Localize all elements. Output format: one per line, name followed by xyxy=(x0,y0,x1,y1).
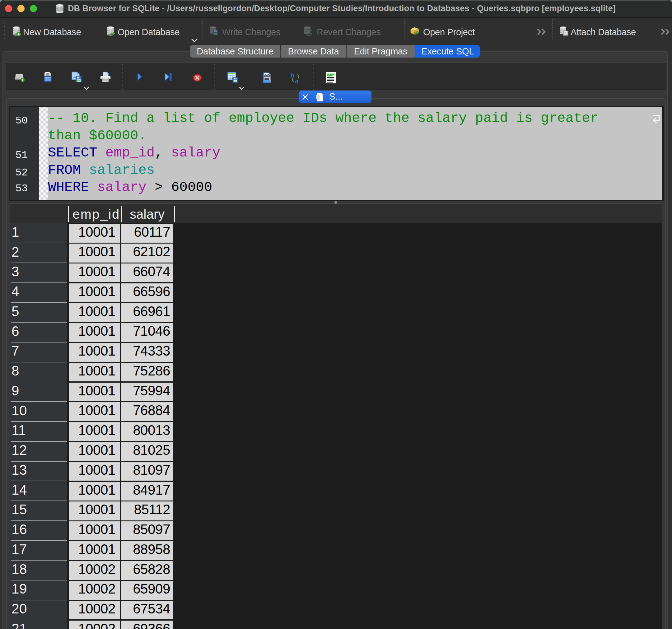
svg-text:h: h xyxy=(291,72,294,79)
svg-text:a: a xyxy=(295,77,299,84)
